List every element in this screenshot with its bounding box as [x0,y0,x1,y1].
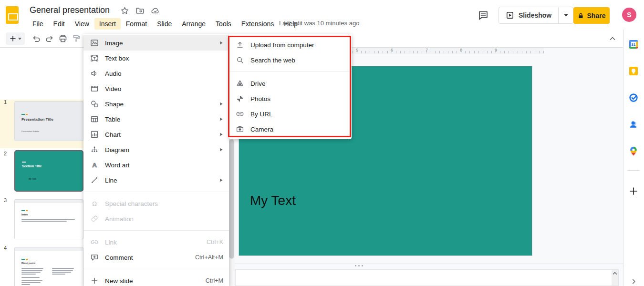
image-submenu-item-drive[interactable]: Drive [229,76,352,91]
menu-divider [83,230,229,231]
thumb-text-line [52,268,74,269]
google-keep-icon[interactable] [628,66,639,76]
image-submenu-item-upload-from-computer[interactable]: Upload from computer [229,37,352,52]
slide-number: 4 [4,245,7,251]
menu-item-shortcut: Ctrl+M [196,277,223,284]
slide-text[interactable]: My Text [250,193,296,208]
slide-thumbnail-3[interactable]: Intro [14,199,83,239]
image-submenu-item-search-the-web[interactable]: Search the web [229,52,352,68]
insert-menu-item-chart[interactable]: Chart [83,127,229,142]
thumb-text-line [52,274,65,275]
insert-menu-item-shape[interactable]: Shape [83,96,229,112]
ruler-number: 5 [356,48,358,52]
image-submenu-item-photos[interactable]: Photos [229,91,352,106]
image-submenu-item-by-url[interactable]: By URL [229,106,352,122]
menu-item-shortcut: Ctrl+K [197,239,223,245]
submenu-arrow-icon [219,148,223,152]
menubar-item-view[interactable]: View [70,18,94,30]
menubar-item-arrange[interactable]: Arrange [177,18,210,30]
paint-format-icon[interactable] [72,34,81,43]
menu-item-label: Video [105,85,121,92]
insert-menu-item-comment[interactable]: CommentCtrl+Alt+M [83,250,229,265]
table-icon [90,115,99,123]
slide-thumbnail-4[interactable]: First point [14,247,83,286]
photos-icon [236,94,244,103]
thumb-text-line [21,277,40,278]
undo-icon[interactable] [31,34,41,43]
saved-to-drive-cloud-icon[interactable] [151,6,160,15]
menu-item-label: Image [105,40,123,47]
menu-item-label: Audio [105,70,122,77]
menubar-item-tools[interactable]: Tools [211,18,236,30]
speaker-notes[interactable] [235,269,619,286]
insert-menu-item-line[interactable]: Line [83,173,229,188]
menu-item-label: Text box [105,55,129,62]
star-icon[interactable] [120,6,129,15]
present-play-icon [506,11,514,20]
google-contacts-icon[interactable] [628,119,639,130]
thumb-column-left [21,268,44,286]
slideshow-button[interactable]: Slideshow [499,7,573,24]
document-title[interactable]: General presentation [30,5,110,15]
google-calendar-icon[interactable]: 31 [628,39,639,50]
google-tasks-icon[interactable] [628,92,639,103]
open-comments-icon[interactable] [478,10,488,20]
accent-dash [22,162,26,163]
slideshow-dropdown-arrow[interactable] [559,7,573,23]
insert-menu-item-video[interactable]: Video [83,81,229,96]
thumb-title: Section Title [22,164,42,168]
caret-down-icon [18,38,21,40]
insert-menu-item-image[interactable]: Image [83,35,229,51]
scrollbar-thumb[interactable] [229,139,234,259]
hide-menus-chevron-up-icon[interactable] [609,35,616,42]
menu-item-label: Table [105,116,120,123]
account-avatar[interactable]: S [622,8,636,22]
menu-item-label: New slide [105,277,133,285]
insert-menu-item-word-art[interactable]: AWord art [83,157,229,173]
special-characters-icon: Ω [90,199,99,208]
video-icon [90,84,99,93]
menu-bar: FileEditViewInsertFormatSlideArrangeTool… [28,18,303,30]
insert-menu-item-diagram[interactable]: Diagram [83,142,229,157]
notes-scrollbar[interactable] [612,270,618,286]
google-maps-icon[interactable] [628,146,639,156]
image-submenu-item-camera[interactable]: Camera [229,122,352,137]
menubar-item-format[interactable]: Format [121,18,152,30]
side-panel-divider [627,170,640,171]
thumb-title: Presentation Title [21,117,53,122]
last-edit-link[interactable]: Last edit was 10 minutes ago [279,20,359,27]
menubar-item-edit[interactable]: Edit [49,18,70,30]
share-button[interactable]: Share [573,7,610,24]
menu-divider [83,269,229,269]
insert-menu-item-new-slide[interactable]: New slideCtrl+M [83,273,229,286]
menu-item-label: Upload from computer [250,41,314,49]
insert-menu-item-text-box[interactable]: Text box [83,51,229,66]
menubar-item-slide[interactable]: Slide [152,18,177,30]
thumb-paragraph [21,219,75,223]
insert-menu-item-table[interactable]: Table [83,112,229,127]
drive-icon [236,79,244,88]
menubar-item-file[interactable]: File [28,18,48,30]
notes-resize-handle[interactable] [355,265,363,266]
submenu-arrow-icon [219,178,223,182]
thumb-text-line [21,284,30,285]
slide-number: 1 [4,99,7,105]
hide-side-panel-chevron-icon[interactable] [630,278,637,285]
menubar-item-extensions[interactable]: Extensions [237,18,279,30]
line-icon [90,176,99,184]
ruler-number: 9 [495,48,497,52]
word-art-icon: A [90,161,99,169]
search-icon [236,56,244,64]
slide-thumbnail-1[interactable]: Presentation Title Presentation Subtitle [14,101,83,141]
slide-thumbnail-2[interactable]: Section Title My Text [14,150,83,192]
menubar-item-insert[interactable]: Insert [94,18,121,30]
thumb-title: First point [21,262,35,265]
ruler-number: 6 [391,48,393,52]
redo-icon[interactable] [45,34,54,43]
move-to-folder-icon[interactable] [135,6,145,15]
get-addons-icon[interactable] [628,186,639,196]
slides-logo-icon[interactable] [6,6,19,24]
insert-menu-item-audio[interactable]: Audio [83,66,229,81]
print-icon[interactable] [58,34,68,43]
new-slide-button[interactable] [6,32,25,45]
